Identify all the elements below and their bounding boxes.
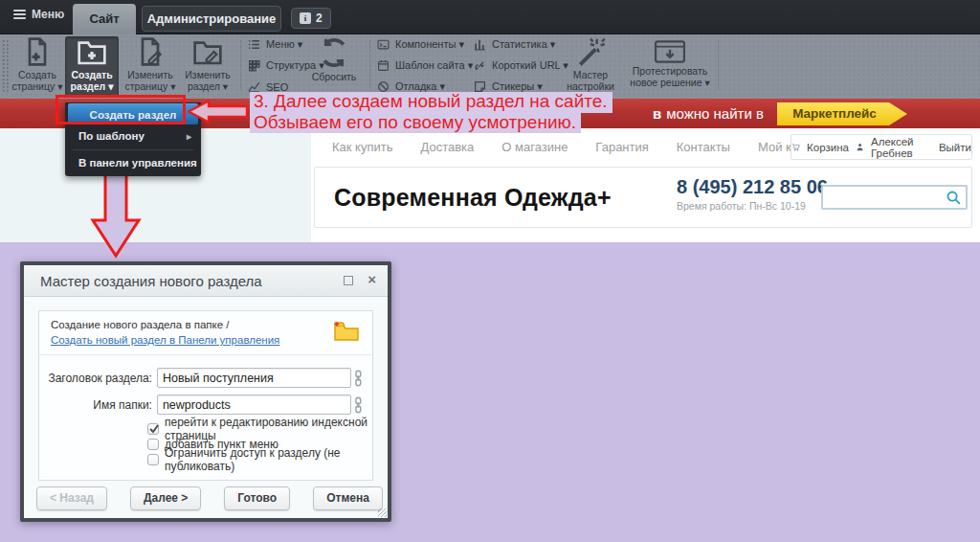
resize-grip[interactable] (378, 508, 387, 517)
dialog-footer: < Назад Далее > Готово Отмена (36, 486, 393, 510)
tab-site[interactable]: Сайт (73, 4, 136, 34)
site-template-icon (377, 59, 390, 72)
components-icon (377, 38, 390, 51)
admin-topbar: Меню Сайт Администрирование i 2 (0, 0, 980, 34)
checkbox-label: Ограничить доступ к разделу (не публиков… (165, 446, 372, 473)
field-label-folder: Имя папки: (39, 398, 152, 412)
nav-link-warranty[interactable]: Гарантия (595, 140, 648, 154)
folder-edit-icon (192, 36, 223, 67)
field-label-title: Заголовок раздела: (39, 372, 152, 385)
annotation-line-1: 3. Далее создаем новый раздел на сайте. (250, 92, 612, 113)
statistics-icon (474, 38, 486, 51)
annotation-line-2: Обзываем его по своему усмотрению. (250, 113, 581, 134)
setup-wizard-button[interactable]: Мастернастройки (561, 36, 620, 92)
dialog-content-box: Создание нового раздела в папке / Создат… (38, 310, 373, 481)
create-in-control-panel-link[interactable]: Создать новый раздел в Панели управления (51, 334, 279, 346)
new-folder-icon (332, 318, 361, 342)
edit-section-button[interactable]: Изменитьраздел ▾ (180, 36, 235, 97)
short-url-icon (474, 59, 486, 72)
field-row-folder: Имя папки: (39, 395, 363, 415)
notifications-badge[interactable]: i 2 (291, 8, 331, 29)
page-edit-icon (135, 36, 166, 67)
logout-link[interactable]: Выйти (939, 142, 971, 153)
checkbox-edit-index-checked[interactable] (147, 423, 159, 435)
maximize-icon[interactable] (344, 276, 353, 285)
main-menu-label: Меню (32, 8, 64, 21)
refresh-icon (318, 36, 350, 69)
finish-button[interactable]: Готово (224, 486, 290, 510)
user-box: Корзина Алексей Гребнев Выйти (791, 134, 972, 160)
person-icon (856, 141, 864, 153)
dialog-title: Мастер создания нового раздела (40, 273, 262, 289)
search-icon[interactable] (946, 190, 962, 206)
folder-name-input[interactable] (157, 395, 351, 415)
checkbox-row-restrict-access: Ограничить доступ к разделу (не публиков… (147, 452, 372, 467)
test-solution-button[interactable]: Протестироватьновое решение ▾ (624, 40, 716, 88)
create-section-button[interactable]: Создатьраздел ▾ (65, 36, 119, 97)
arrow-left-annotation (188, 100, 249, 124)
page-add-icon (22, 36, 53, 67)
site-nav: Как купить Доставка О магазине Гарантия … (332, 140, 832, 154)
test-browser-icon (655, 40, 685, 63)
dropdown-item-in-control-panel[interactable]: В панели управления (65, 153, 201, 173)
magic-wand-icon (574, 36, 607, 67)
components-button[interactable]: Компоненты ▾ (377, 37, 473, 52)
cart-link[interactable]: Корзина (807, 142, 849, 153)
marketplace-button[interactable]: Маркетплейс (777, 102, 907, 125)
ribbon-drag-handle[interactable] (3, 40, 9, 92)
admin-ribbon: Создатьстраницу ▾ Создатьраздел ▾ Измени… (0, 34, 980, 99)
tab-administration[interactable]: Администрирование (142, 6, 281, 32)
screen: Меню Сайт Администрирование i 2 Создатьс… (0, 0, 980, 542)
field-row-title: Заголовок раздела: (39, 368, 363, 388)
checkbox-row-edit-index: перейти к редактированию индексной стран… (147, 421, 372, 437)
back-button[interactable]: < Назад (36, 486, 107, 510)
site-phone: 8 (495) 212 85 06 (677, 176, 820, 198)
site-preview: Как купить Доставка О магазине Гарантия … (311, 128, 980, 242)
reset-cache-button[interactable]: Сбросить (304, 36, 364, 82)
chain-link-icon[interactable] (354, 396, 363, 414)
statistics-button[interactable]: Статистика ▾ (474, 37, 568, 52)
site-logo[interactable]: Современная Одежда+ (334, 184, 612, 212)
create-section-wizard-dialog: Мастер создания нового раздела × Создани… (20, 261, 391, 522)
chain-link-icon[interactable] (354, 370, 363, 387)
main-menu-button[interactable]: Меню (13, 8, 64, 21)
nav-link-contacts[interactable]: Контакты (677, 140, 730, 154)
working-hours: Время работы: Пн-Вс 10-19 (677, 200, 820, 212)
site-header-box: Современная Одежда+ 8 (495) 212 85 06 Вр… (314, 167, 972, 228)
hamburger-icon (13, 10, 26, 19)
edit-page-button[interactable]: Изменитьстраницу ▾ (122, 36, 178, 97)
notifications-count: 2 (316, 11, 323, 25)
dialog-header-text: Создание нового раздела в папке / (51, 319, 361, 330)
site-search (821, 185, 968, 210)
site-template-button[interactable]: Шаблон сайта ▾ (377, 58, 473, 73)
search-input[interactable] (827, 189, 942, 206)
info-icon: i (300, 12, 311, 24)
checkbox-add-menu-unchecked[interactable] (147, 439, 159, 450)
section-title-input[interactable] (157, 368, 351, 388)
tutorial-annotation: 3. Далее создаем новый раздел на сайте. … (250, 92, 612, 133)
checkbox-restrict-access-unchecked[interactable] (147, 454, 159, 465)
next-button[interactable]: Далее > (130, 486, 201, 510)
banner-text: вможно найти в (653, 105, 764, 122)
nav-link-how-to-buy[interactable]: Как купить (332, 140, 392, 154)
folder-add-icon (77, 36, 107, 67)
cancel-button[interactable]: Отмена (313, 486, 383, 510)
create-page-button[interactable]: Создатьстраницу ▾ (11, 36, 63, 97)
highlight-rectangle (56, 95, 186, 124)
nav-link-delivery[interactable]: Доставка (420, 140, 474, 154)
cart-icon (791, 141, 800, 153)
user-name[interactable]: Алексей Гребнев (871, 136, 932, 159)
nav-link-about[interactable]: О магазине (501, 140, 568, 154)
submenu-arrow-icon: ▸ (187, 126, 191, 147)
close-icon[interactable]: × (368, 271, 376, 287)
menu-list-icon (248, 38, 260, 51)
dialog-titlebar[interactable]: Мастер создания нового раздела × (24, 265, 388, 297)
short-url-button[interactable]: Короткий URL ▾ (474, 58, 568, 73)
dropdown-item-from-template[interactable]: По шаблону ▸ (65, 126, 201, 147)
structure-grid-icon (248, 59, 260, 72)
arrow-down-annotation (89, 168, 143, 259)
